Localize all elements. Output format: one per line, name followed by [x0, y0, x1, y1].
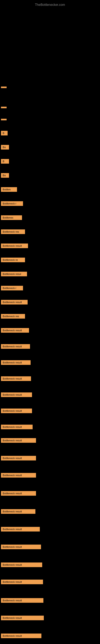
- bottleneck-result-bar: Bottlenec: [1, 215, 22, 220]
- bottleneck-result-bar: Bottleneck result: [1, 360, 31, 365]
- bottleneck-result-bar: Bottleneck result: [1, 300, 28, 304]
- bottleneck-result-bar: Bottleneck result: [1, 456, 36, 460]
- bottleneck-result-bar: Bottleneck result: [1, 408, 32, 413]
- bottleneck-result-bar: Bottleneck result: [1, 244, 28, 248]
- site-title: TheBottlenecker.com: [0, 1, 100, 8]
- bottleneck-result-bar: Bottleneck result: [1, 344, 30, 349]
- bottleneck-result-bar: Bottleneck result: [1, 616, 44, 620]
- bottleneck-result-bar: Bottleneck result: [1, 376, 31, 381]
- bottleneck-result-bar: Bottleneck result: [1, 328, 29, 333]
- bottleneck-result-bar: Bottleneck res: [1, 230, 25, 234]
- bottleneck-result-bar: Bo: [1, 173, 9, 178]
- bottleneck-result-bar: Bo: [1, 145, 9, 150]
- bottleneck-result-bar: Bottleneck result: [1, 527, 40, 532]
- bottleneck-result-bar: B: [1, 159, 9, 164]
- bottleneck-result-bar: Bottleneck result: [1, 634, 41, 638]
- bottleneck-result-bar: Bottleneck result: [1, 544, 41, 549]
- bottleneck-result-bar: [1, 119, 7, 120]
- bottleneck-result-bar: Bottleneck result: [1, 562, 42, 567]
- bottleneck-result-bar: Bottleneck res: [1, 314, 25, 318]
- bottleneck-result-bar: Bottleneck result: [1, 491, 36, 496]
- bottleneck-result-bar: B: [1, 131, 8, 136]
- bottleneck-result-bar: Bottleneck re: [1, 258, 25, 262]
- bottleneck-result-bar: Bottleneck result: [1, 509, 35, 514]
- bottleneck-result-bar: [1, 107, 7, 108]
- bottleneck-result-bar: Bottleneck result: [1, 392, 32, 397]
- bottleneck-result-bar: Bottleneck result: [1, 580, 43, 584]
- bottleneck-result-bar: Bottleneck r: [1, 201, 23, 206]
- bottleneck-result-bar: Bottleneck result: [1, 598, 43, 603]
- bottleneck-result-bar: Bottleneck result: [1, 438, 36, 443]
- bottleneck-result-bar: Bottleneck resul: [1, 272, 27, 276]
- bottleneck-result-bar: [1, 86, 7, 88]
- bottleneck-result-bar: Bottleneck result: [1, 425, 33, 429]
- bottleneck-result-bar: Bottleneck r: [1, 286, 23, 290]
- bottleneck-result-bar: Bottleneck result: [1, 473, 36, 478]
- bottleneck-result-bar: Bottlen: [1, 187, 17, 192]
